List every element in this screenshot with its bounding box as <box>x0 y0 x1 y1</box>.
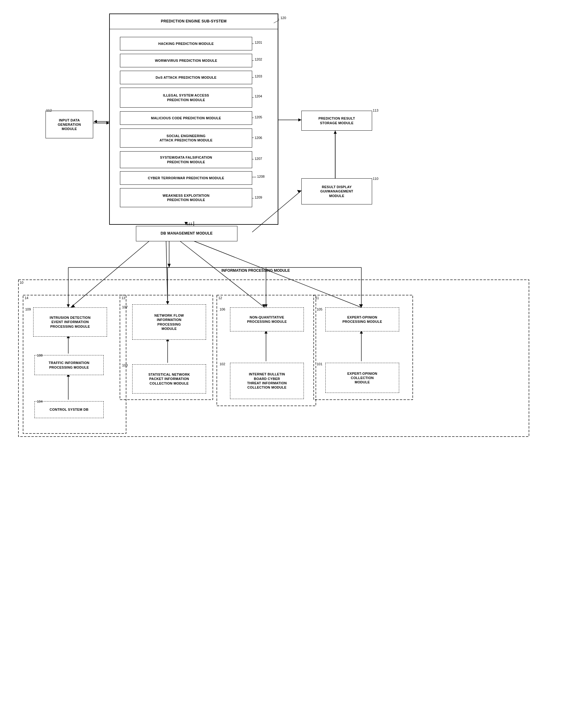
label-1209: 1209 <box>255 196 262 199</box>
svg-line-19 <box>71 240 151 307</box>
non-quantitative-box: NON-QUANTITATIVE PROCESSING MODULE <box>230 307 304 331</box>
label-104: 104 <box>37 400 43 404</box>
malicious-module-box: MALICIOUS CODE PREDICTION MODULE <box>120 111 252 125</box>
result-display-box: RESULT DISPLAY GUI/MANAGEMENT MODULE <box>301 178 372 204</box>
svg-marker-26 <box>359 304 362 307</box>
svg-line-25 <box>191 240 361 307</box>
svg-marker-20 <box>71 304 75 307</box>
prediction-result-box: PREDICTION RESULT STORAGE MODULE <box>301 111 372 131</box>
label-14: 14 <box>25 296 28 300</box>
traffic-box: TRAFFIC INFORMATION PROCESSING MODULE <box>34 355 104 375</box>
weakness-module-box: WEAKNESS EXPLOITATION PREDICTION MODULE <box>120 188 252 207</box>
expert-opinion-proc-box: EXPERT-OPINION PROCESSING MODULE <box>325 307 399 331</box>
label-1205: 1205 <box>255 115 262 119</box>
svg-marker-51 <box>264 304 268 307</box>
svg-marker-22 <box>166 301 169 304</box>
illegal-module-box: ILLEGAL SYSTEM ACCESS PREDICTION MODULE <box>120 87 252 108</box>
label-12: 12 <box>218 296 222 300</box>
svg-marker-5 <box>106 122 109 125</box>
label-13: 13 <box>122 296 125 300</box>
cyber-terror-module-box: CYBER TERROR/WAR PREDICTION MODULE <box>120 171 252 185</box>
label-111: 111 <box>187 222 192 226</box>
label-1206: 1206 <box>255 136 262 139</box>
svg-marker-2 <box>94 120 97 123</box>
network-flow-box: NETWORK FLOW INFORMATION PROCESSING MODU… <box>132 304 206 340</box>
label-1204: 1204 <box>255 95 262 98</box>
label-113: 113 <box>373 108 378 112</box>
label-105: 105 <box>317 307 322 311</box>
label-109: 109 <box>25 307 31 311</box>
label-110: 110 <box>373 177 378 180</box>
intrusion-box: INTRUSION DETECTION EVENT INFORMATION PR… <box>33 307 107 337</box>
label-112: 112 <box>46 108 52 112</box>
svg-marker-7 <box>298 119 301 122</box>
internet-bulletin-box: INTERNET BULLETIN BOARD CYBER THREAT INF… <box>230 363 304 399</box>
prediction-engine-box: PREDICTION ENGINE SUB-SYSTEM <box>109 14 278 29</box>
label-101: 101 <box>317 362 322 366</box>
label-11: 11 <box>315 296 319 300</box>
diagram-container: PREDICTION ENGINE SUB-SYSTEM HACKING PRE… <box>0 0 584 728</box>
db-management-box: DB MANAGEMENT MODULE <box>136 226 237 241</box>
svg-marker-54 <box>360 304 363 307</box>
input-data-box: INPUT DATA GENERATION MODULE <box>46 111 93 138</box>
label-102: 102 <box>220 362 225 366</box>
dos-module-box: DoS ATTACK PREDICTION MODULE <box>120 71 252 84</box>
label-1203: 1203 <box>255 74 262 78</box>
info-processing-label: INFORMATION PROCESSING MODULE <box>222 268 290 273</box>
svg-marker-12 <box>297 190 301 193</box>
svg-marker-48 <box>166 301 169 304</box>
svg-marker-24 <box>262 304 265 307</box>
label-10: 10 <box>20 281 23 284</box>
label-120: 120 <box>280 16 286 20</box>
expert-opinion-coll-box: EXPERT-OPINION COLLECTION MODULE <box>325 363 399 393</box>
social-module-box: SOCIAL ENGINEERING ATTACK PREDICTION MOD… <box>120 129 252 148</box>
label-108: 108 <box>37 354 43 357</box>
statistical-box: STATISTICAL NETWORK PACKET INFORMATION C… <box>132 364 206 393</box>
label-1202: 1202 <box>255 57 262 61</box>
label-1201: 1201 <box>255 41 262 44</box>
svg-marker-45 <box>67 304 70 307</box>
system-data-module-box: SYSTEM/DATA FALSIFICATION PREDICTION MOD… <box>120 151 252 168</box>
worm-module-box: WORM/VIRUS PREDICTION MODULE <box>120 54 252 67</box>
control-system-box: CONTROL SYSTEM DB <box>34 401 104 418</box>
label-1208: 1208 <box>257 175 264 178</box>
svg-marker-55 <box>168 264 171 267</box>
hacking-module-box: HACKING PREDICTION MODULE <box>120 37 252 50</box>
svg-line-21 <box>166 240 168 304</box>
svg-marker-9 <box>334 131 337 134</box>
label-103: 103 <box>122 363 128 367</box>
label-107: 107 <box>122 305 128 309</box>
label-1207: 1207 <box>255 157 262 160</box>
label-106: 106 <box>220 307 225 311</box>
